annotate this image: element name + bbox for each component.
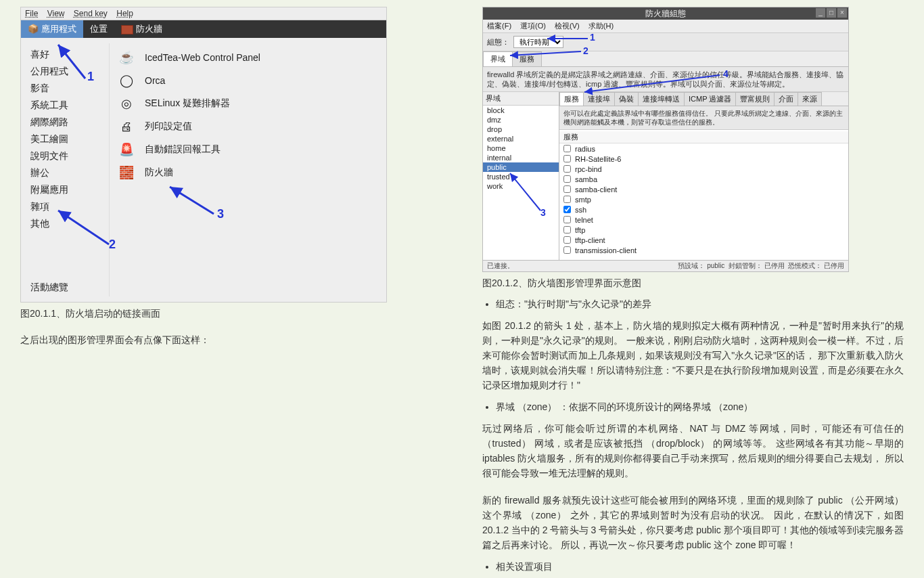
- service-label: tftp: [575, 226, 585, 234]
- paragraph: 之后出现的图形管理界面会有点像下面这样：: [20, 332, 442, 347]
- service-checkbox[interactable]: [563, 175, 571, 183]
- topbar-location[interactable]: 位置: [83, 20, 114, 38]
- menu-help[interactable]: 求助(H): [588, 22, 614, 30]
- tab-services[interactable]: 服務: [512, 51, 542, 66]
- service-row[interactable]: telnet: [559, 215, 848, 225]
- topbar-apps[interactable]: 📦 應用程式: [21, 20, 83, 38]
- minimize-icon[interactable]: _: [816, 8, 825, 18]
- maximize-icon[interactable]: □: [827, 8, 836, 18]
- menu-file[interactable]: 檔案(F): [487, 22, 511, 30]
- service-row[interactable]: tftp-client: [559, 235, 848, 245]
- tab-rich[interactable]: 豐富規則: [735, 92, 775, 106]
- tab-zones[interactable]: 界域: [483, 51, 513, 66]
- cat-item[interactable]: 雜項: [30, 198, 105, 215]
- app-item[interactable]: ◎SELinux 疑難排解器: [115, 92, 381, 115]
- service-checkbox[interactable]: [563, 246, 571, 254]
- cat-item[interactable]: 網際網路: [30, 114, 105, 130]
- config-label: 組態：: [487, 37, 509, 47]
- service-row[interactable]: tftp: [559, 225, 848, 235]
- alert-icon: 🚨: [118, 141, 135, 158]
- zone-panel: 界域 block dmz drop external home internal…: [483, 92, 559, 260]
- service-row[interactable]: smtp: [559, 194, 848, 204]
- zone-item-selected[interactable]: public: [483, 162, 559, 172]
- service-row[interactable]: radius: [559, 143, 848, 154]
- zone-item[interactable]: trusted: [483, 172, 559, 181]
- screenshot-gnome-menu: File View Send key Help 📦 應用程式 位置 防火牆 喜好…: [20, 7, 387, 303]
- service-checkbox[interactable]: [563, 155, 571, 162]
- menu-options[interactable]: 選項(O): [520, 22, 546, 30]
- paragraph: 玩过网络后，你可能会听过所谓的本机网络、NAT 与 DMZ 等网域，同时，可能还…: [482, 421, 904, 481]
- zone-item[interactable]: external: [483, 134, 559, 143]
- zone-header: 界域: [483, 92, 559, 106]
- service-row[interactable]: rpc-bind: [559, 164, 848, 174]
- java-icon: ☕: [118, 49, 135, 66]
- service-checkbox[interactable]: [563, 196, 571, 203]
- gnome-topbar: 📦 應用程式 位置 防火牆: [21, 20, 386, 38]
- service-description: 你可以在此處定義該界域中有哪些服務值得信任。 只要此界域所綁定之連線、介面、來源…: [559, 106, 848, 129]
- vm-menubar: File View Send key Help: [21, 7, 386, 20]
- app-item[interactable]: 🖨列印設定值: [115, 115, 381, 138]
- tab-source[interactable]: 來源: [798, 92, 822, 106]
- tab-ports[interactable]: 連接埠: [583, 92, 615, 106]
- firewall-icon: 🧱: [118, 164, 135, 181]
- outer-tabs: 界域 服務: [483, 51, 848, 67]
- tab-port-fwd[interactable]: 連接埠轉送: [638, 92, 685, 106]
- config-select[interactable]: 執行時期: [513, 36, 563, 48]
- cat-item[interactable]: 公用程式: [30, 63, 105, 79]
- tab-iface[interactable]: 介面: [774, 92, 798, 106]
- tab-masq[interactable]: 偽裝: [614, 92, 639, 106]
- tab-icmp[interactable]: ICMP 過濾器: [684, 92, 736, 106]
- cat-item[interactable]: 附屬應用: [30, 181, 105, 198]
- zone-item[interactable]: work: [483, 181, 559, 191]
- app-list: ☕IcedTea-Web Control Panel ◯Orca ◎SELinu…: [110, 38, 386, 302]
- service-row[interactable]: transmission-client: [559, 245, 848, 255]
- app-item[interactable]: ◯Orca: [115, 69, 381, 92]
- screenshot-firewall-config: 防火牆組態 _ □ × 檔案(F) 選項(O) 檢視(V) 求助(H) 組態： …: [482, 7, 849, 272]
- paragraph: 新的 firewalld 服务就预先设计这些可能会被用到的网络环境，里面的规则除…: [482, 493, 904, 552]
- status-bar: 已連接。 預設域： public 封鎖管制： 已停用 恐慌模式： 已停用: [483, 260, 848, 271]
- zone-item[interactable]: internal: [483, 153, 559, 162]
- cat-item[interactable]: 系統工具: [30, 97, 105, 113]
- bullet: 组态："执行时期"与"永久记录"的差异: [496, 296, 904, 311]
- paragraph: 如图 20.1.2 的箭头 1 处，基本上，防火墙的规则拟定大概有两种情况，一种…: [482, 318, 904, 393]
- service-label: transmission-client: [575, 246, 637, 254]
- service-checkbox[interactable]: [563, 185, 571, 193]
- topbar-firewall[interactable]: 防火牆: [114, 20, 169, 38]
- cat-item[interactable]: 其他: [30, 215, 105, 231]
- service-checkbox[interactable]: [563, 216, 571, 223]
- service-row[interactable]: ssh: [559, 204, 848, 215]
- service-label: tftp-client: [575, 236, 605, 244]
- cat-item[interactable]: 美工繪圖: [30, 131, 105, 147]
- cat-item[interactable]: 辦公: [30, 164, 105, 181]
- service-row[interactable]: RH-Satellite-6: [559, 154, 848, 164]
- bullet: 相关设置项目: [496, 559, 904, 574]
- app-item[interactable]: 🧱防火牆: [115, 161, 381, 184]
- service-checkbox[interactable]: [563, 226, 571, 234]
- app-item[interactable]: ☕IcedTea-Web Control Panel: [115, 46, 381, 69]
- service-checkbox[interactable]: [563, 236, 571, 244]
- service-label: ssh: [575, 206, 586, 214]
- service-checkbox[interactable]: [563, 145, 571, 152]
- category-list: 喜好 公用程式 影音 系統工具 網際網路 美工繪圖 說明文件 辦公 附屬應用 雜…: [21, 38, 109, 302]
- window-titlebar: 防火牆組態 _ □ ×: [483, 7, 848, 20]
- zone-item[interactable]: block: [483, 106, 559, 115]
- service-row[interactable]: samba-client: [559, 184, 848, 194]
- figure-caption-1: 图20.1.1、防火墙启动的链接画面: [20, 307, 442, 320]
- service-row[interactable]: samba: [559, 174, 848, 184]
- cat-item[interactable]: 影音: [30, 80, 105, 96]
- service-checkbox[interactable]: [563, 165, 571, 173]
- app-item[interactable]: 🚨自動錯誤回報工具: [115, 138, 381, 161]
- activities-overview[interactable]: 活動總覽: [30, 279, 68, 295]
- menu-view[interactable]: 檢視(V): [555, 22, 580, 30]
- service-label: smtp: [575, 196, 591, 204]
- zone-item[interactable]: drop: [483, 125, 559, 134]
- cat-item[interactable]: 喜好: [30, 46, 105, 62]
- service-label: samba-client: [575, 185, 617, 194]
- tab-svc[interactable]: 服務: [559, 92, 584, 106]
- close-icon[interactable]: ×: [837, 8, 847, 18]
- service-checkbox[interactable]: [563, 206, 571, 213]
- app-menubar: 檔案(F) 選項(O) 檢視(V) 求助(H): [483, 20, 848, 33]
- zone-item[interactable]: home: [483, 143, 559, 153]
- cat-item[interactable]: 說明文件: [30, 148, 105, 164]
- zone-item[interactable]: dmz: [483, 115, 559, 125]
